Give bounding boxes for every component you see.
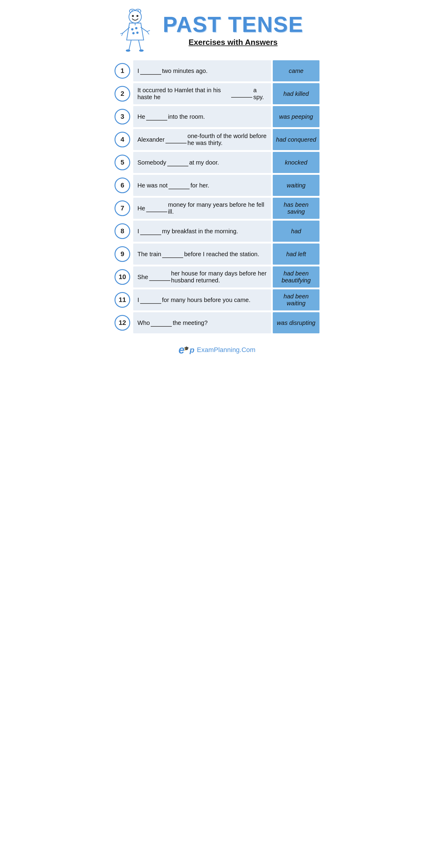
exercise-question: He was not for her.	[133, 175, 271, 196]
exercises-list: 1I two minutes ago.came2It occurred to H…	[108, 57, 326, 338]
svg-line-17	[147, 30, 150, 32]
svg-point-10	[132, 32, 135, 35]
answer-blank	[149, 273, 170, 281]
exercise-question: I for many hours before you came.	[133, 289, 271, 310]
page-header: PAST TENSE Exercises with Answers	[108, 0, 326, 57]
exercise-question: I my breakfast in the morning.	[133, 221, 271, 242]
stick-figure-illustration	[118, 6, 157, 54]
exercise-answer: had killed	[273, 83, 319, 104]
footer-brand: ExamPlanning.Com	[197, 346, 255, 354]
page-title: PAST TENSE	[163, 13, 304, 35]
exercise-answer: had	[273, 221, 319, 242]
exercise-question: I two minutes ago.	[133, 60, 271, 82]
exercise-number: 11	[115, 292, 130, 308]
exercise-row: 10She her house for many days before her…	[115, 267, 319, 287]
svg-line-19	[138, 40, 141, 50]
answer-blank	[146, 113, 167, 121]
exercise-row: 6He was not for her.waiting	[115, 175, 319, 196]
exercise-number: 1	[115, 63, 130, 79]
exercise-row: 11I for many hours before you came.had b…	[115, 289, 319, 310]
answer-blank	[168, 182, 190, 189]
exercise-number: 9	[115, 246, 130, 262]
exercise-answer: has been saving	[273, 198, 319, 219]
brand-text: ExamPlanning.Com	[197, 346, 255, 353]
logo-hat: 🎓	[184, 346, 189, 351]
svg-point-6	[136, 15, 138, 17]
answer-blank	[231, 90, 252, 98]
exercise-question: Somebody at my door.	[133, 152, 271, 173]
answer-blank	[162, 250, 183, 258]
exercise-question: Alexander one-fourth of the world before…	[133, 129, 271, 150]
exercise-number: 6	[115, 178, 130, 193]
answer-blank	[167, 159, 188, 166]
svg-point-4	[129, 10, 141, 23]
exercise-number: 7	[115, 200, 130, 216]
exercise-answer: had left	[273, 244, 319, 265]
exercise-answer: was disrupting	[273, 312, 319, 333]
exercise-number: 8	[115, 223, 130, 239]
svg-point-21	[139, 50, 144, 52]
svg-point-11	[136, 32, 138, 34]
svg-point-8	[131, 28, 133, 30]
logo-e: e	[179, 344, 184, 356]
exercise-row: 12Who the meeting?was disrupting	[115, 312, 319, 333]
exercise-question: He into the room.	[133, 106, 271, 127]
exercise-answer: came	[273, 60, 319, 82]
answer-blank	[165, 136, 187, 144]
exercise-row: 3He into the room.was peeping	[115, 106, 319, 127]
exercise-row: 5Somebody at my door.knocked	[115, 152, 319, 173]
exercise-question: It occurred to Hamlet that in his haste …	[133, 83, 271, 104]
exercise-row: 7He money for many years before he fell …	[115, 198, 319, 219]
exercise-number: 3	[115, 109, 130, 124]
exercise-answer: waiting	[273, 175, 319, 196]
exercise-answer: had been waiting	[273, 289, 319, 310]
svg-point-20	[126, 50, 130, 52]
exercise-answer: had been beautifying	[273, 267, 319, 287]
svg-point-9	[135, 27, 137, 30]
exercise-number: 10	[115, 269, 130, 285]
exercise-number: 4	[115, 132, 130, 147]
exercise-row: 2It occurred to Hamlet that in his haste…	[115, 83, 319, 104]
answer-blank	[151, 319, 172, 327]
exercise-row: 4Alexander one-fourth of the world befor…	[115, 129, 319, 150]
exercise-question: Who the meeting?	[133, 312, 271, 333]
header-text-block: PAST TENSE Exercises with Answers	[163, 13, 304, 47]
exercise-number: 2	[115, 86, 130, 101]
exercise-answer: had conquered	[273, 129, 319, 150]
answer-blank	[140, 296, 161, 304]
answer-blank	[140, 67, 161, 75]
svg-line-16	[147, 32, 149, 34]
exercise-answer: knocked	[273, 152, 319, 173]
exercise-question: The train before I reached the station.	[133, 244, 271, 265]
page-footer: e 🎓 p ExamPlanning.Com	[108, 338, 326, 362]
svg-line-18	[129, 40, 131, 50]
answer-blank	[146, 205, 167, 212]
exercise-question: He money for many years before he fell i…	[133, 198, 271, 219]
exercise-number: 5	[115, 155, 130, 170]
svg-point-5	[132, 15, 134, 17]
exercise-number: 12	[115, 315, 130, 331]
exercise-row: 8I my breakfast in the morning.had	[115, 221, 319, 242]
exercise-answer: was peeping	[273, 106, 319, 127]
answer-blank	[140, 227, 161, 235]
exercise-row: 9The train before I reached the station.…	[115, 244, 319, 265]
exercise-row: 1I two minutes ago.came	[115, 60, 319, 82]
logo: e 🎓 p	[179, 344, 194, 356]
exercise-question: She her house for many days before her h…	[133, 267, 271, 287]
page-subtitle: Exercises with Answers	[163, 38, 304, 47]
logo-p: p	[190, 345, 194, 355]
